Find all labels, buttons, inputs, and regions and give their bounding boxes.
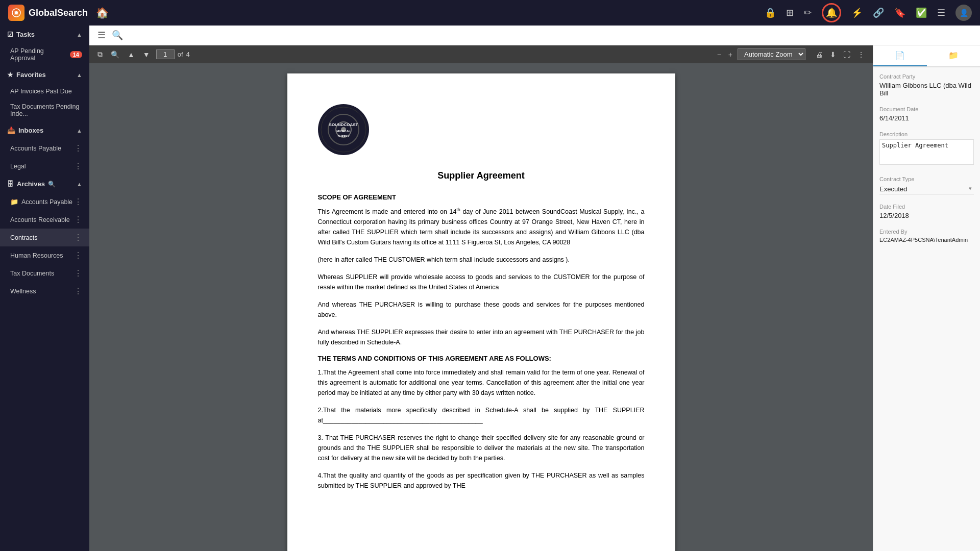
contract-party-label: Contract Party: [879, 73, 974, 80]
sidebar-item-inbox-ap[interactable]: Accounts Payable ⋮: [0, 139, 89, 157]
check-icon[interactable]: ✅: [916, 7, 927, 18]
right-panel-tabs: 📄 📁: [873, 45, 980, 67]
search-advanced-icon[interactable]: 🔍: [112, 30, 123, 41]
pdf-zoom-in-button[interactable]: +: [726, 49, 734, 60]
date-filed-field: Date Filed 12/5/2018: [879, 204, 974, 219]
pdf-paragraph-3: Whereas SUPPLIER will provide wholesale …: [318, 272, 645, 292]
tax-docs-label: Tax Documents Pending Inde...: [10, 103, 82, 117]
entered-by-value: EC2AMAZ-4P5CSNA\TenantAdmin: [879, 237, 974, 243]
bookmark-icon[interactable]: 🔖: [894, 7, 905, 18]
pdf-page-input[interactable]: [156, 49, 175, 59]
home-icon[interactable]: 🏠: [96, 7, 109, 19]
pdf-zoom-controls: − + Automatic Zoom: [715, 48, 805, 60]
pdf-next-page-button[interactable]: ▼: [141, 49, 152, 60]
pdf-term-1: 1.That the Agreement shall come into for…: [318, 367, 645, 398]
svg-point-1: [15, 11, 18, 14]
ap-invoices-label: AP Invoices Past Due: [10, 88, 72, 95]
inbox-ap-more-icon[interactable]: ⋮: [74, 143, 82, 153]
right-panel: 📄 📁 Contract Party William Gibbons LLC (…: [873, 45, 980, 551]
notification-bell-icon[interactable]: 🔔: [822, 3, 841, 22]
archives-label: Archives: [17, 180, 45, 188]
entered-by-field: Entered By EC2AMAZ-4P5CSNA\TenantAdmin: [879, 229, 974, 243]
lightning-icon[interactable]: ⚡: [851, 7, 863, 18]
archives-search-icon[interactable]: 🔍: [48, 181, 56, 188]
contract-type-label: Contract Type: [879, 176, 974, 182]
pdf-company-logo: SOUNDCOAST MUSICAL SUPPLY: [318, 104, 645, 155]
pdf-print-button[interactable]: 🖨: [814, 49, 825, 60]
favorites-label: Favorites: [16, 71, 46, 79]
tab-document-info[interactable]: 📄: [873, 45, 927, 66]
archives-section-header[interactable]: 🗄 Archives 🔍 ▲: [0, 175, 89, 193]
archive-ap-more-icon[interactable]: ⋮: [74, 197, 82, 207]
edit-icon[interactable]: ✏: [804, 7, 812, 18]
grid-icon[interactable]: ⊞: [786, 7, 794, 18]
contract-type-select[interactable]: Executed Draft Pending Expired: [879, 184, 974, 194]
archives-chevron: ▲: [77, 181, 82, 187]
tasks-icon: ☑: [7, 31, 13, 38]
pdf-sidebar-toggle-button[interactable]: ⧉: [95, 49, 105, 60]
archive-ap-label: Accounts Payable: [21, 198, 72, 206]
pdf-zoom-select[interactable]: Automatic Zoom: [738, 48, 805, 60]
archive-tax-label: Tax Documents: [10, 270, 54, 277]
tasks-section-header[interactable]: ☑ Tasks ▲: [0, 26, 89, 43]
company-logo-icon: SOUNDCOAST MUSICAL SUPPLY: [318, 104, 369, 155]
archive-ar-label: Accounts Receivable: [10, 216, 70, 223]
list-icon[interactable]: ☰: [937, 7, 945, 18]
pdf-more-options-button[interactable]: ⋮: [855, 49, 867, 60]
sidebar-item-archive-ap[interactable]: 📁 Accounts Payable ⋮: [0, 193, 89, 211]
pdf-fullscreen-button[interactable]: ⛶: [841, 49, 852, 60]
sub-toolbar: ☰ 🔍: [89, 26, 980, 45]
sidebar-item-archive-tax[interactable]: Tax Documents ⋮: [0, 264, 89, 282]
menu-toggle-icon[interactable]: ☰: [97, 30, 106, 41]
favorites-chevron: ▲: [77, 72, 82, 78]
user-avatar[interactable]: 👤: [955, 5, 972, 21]
archive-contracts-more-icon[interactable]: ⋮: [74, 233, 82, 242]
app-name: GlobalSearch: [29, 8, 88, 18]
sidebar-item-ap-invoices[interactable]: AP Invoices Past Due: [0, 84, 89, 99]
pdf-search-button[interactable]: 🔍: [109, 49, 121, 60]
sidebar-item-archive-wellness[interactable]: Wellness ⋮: [0, 282, 89, 300]
description-textarea[interactable]: Supplier Agreement: [879, 139, 974, 165]
archive-hr-more-icon[interactable]: ⋮: [74, 251, 82, 260]
lock-icon[interactable]: 🔒: [765, 7, 776, 18]
pdf-paragraph-5: And whereas THE SUPPLIER expresses their…: [318, 327, 645, 347]
sidebar-item-archive-ar[interactable]: Accounts Receivable ⋮: [0, 211, 89, 229]
archive-contracts-label: Contracts: [10, 234, 38, 241]
ap-pending-badge: 14: [70, 51, 82, 58]
tab-folder[interactable]: 📁: [927, 45, 981, 66]
pdf-download-button[interactable]: ⬇: [828, 49, 838, 60]
ap-pending-label: AP Pending Approval: [10, 47, 70, 62]
inboxes-section-header[interactable]: 📥 Inboxes ▲: [0, 121, 89, 139]
pdf-zoom-out-button[interactable]: −: [715, 49, 723, 60]
pdf-prev-page-button[interactable]: ▲: [126, 49, 137, 60]
sidebar-item-ap-pending[interactable]: AP Pending Approval 14: [0, 43, 89, 66]
sidebar-item-archive-contracts[interactable]: Contracts ⋮: [0, 229, 89, 246]
app-logo-icon: [8, 5, 24, 21]
main-layout: ☑ Tasks ▲ AP Pending Approval 14 ★ Favor…: [0, 26, 980, 551]
inboxes-label: Inboxes: [18, 127, 43, 134]
inbox-legal-more-icon[interactable]: ⋮: [74, 161, 82, 171]
sidebar-item-inbox-legal[interactable]: Legal ⋮: [0, 157, 89, 175]
favorites-icon: ★: [7, 71, 13, 79]
archive-tax-more-icon[interactable]: ⋮: [74, 268, 82, 278]
top-nav: GlobalSearch 🏠 🔒 ⊞ ✏ 🔔 ⚡ 🔗 🔖 ✅ ☰ 👤: [0, 0, 980, 26]
favorites-section-header[interactable]: ★ Favorites ▲: [0, 66, 89, 84]
archive-wellness-more-icon[interactable]: ⋮: [74, 286, 82, 296]
link-icon[interactable]: 🔗: [873, 7, 884, 18]
pdf-paragraph-1: This Agreement is made and entered into …: [318, 206, 645, 247]
right-panel-content: Contract Party William Gibbons LLC (dba …: [873, 67, 980, 258]
document-date-field: Document Date 6/14/2011: [879, 106, 974, 122]
entered-by-label: Entered By: [879, 229, 974, 235]
inboxes-icon: 📥: [7, 127, 15, 134]
pdf-term-3: 3. That THE PURCHASER reserves the right…: [318, 433, 645, 463]
contract-type-select-wrapper: Executed Draft Pending Expired: [879, 184, 974, 194]
pdf-term-4: 4.That the quality and quantity of the g…: [318, 470, 645, 491]
sidebar-item-archive-hr[interactable]: Human Resources ⋮: [0, 246, 89, 264]
pdf-scroll-area[interactable]: SOUNDCOAST MUSICAL SUPPLY Supplier Agree…: [89, 63, 873, 551]
nav-left: GlobalSearch 🏠: [8, 5, 109, 21]
sidebar-item-tax-docs[interactable]: Tax Documents Pending Inde...: [0, 99, 89, 121]
archive-ar-more-icon[interactable]: ⋮: [74, 215, 82, 224]
pdf-container: ⧉ 🔍 ▲ ▼ of 4 − + Autom: [89, 45, 873, 551]
contract-type-field: Contract Type Executed Draft Pending Exp…: [879, 176, 974, 194]
pdf-page: SOUNDCOAST MUSICAL SUPPLY Supplier Agree…: [287, 73, 675, 551]
